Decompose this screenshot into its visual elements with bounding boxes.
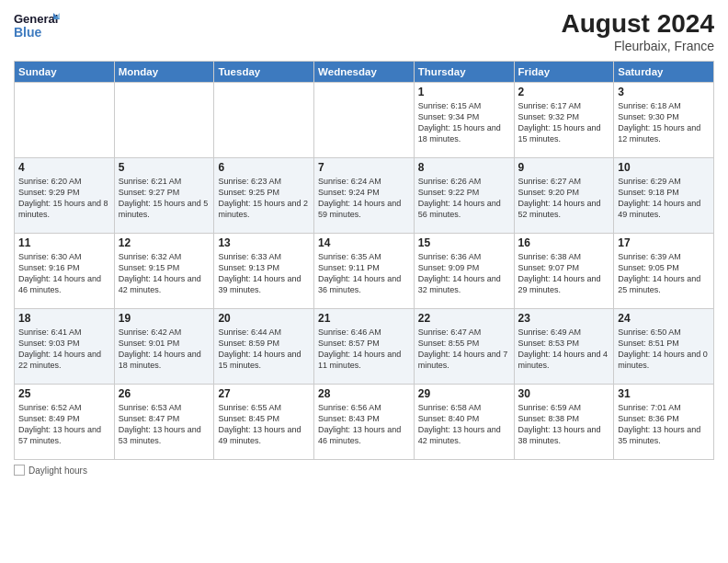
calendar-cell: 16Sunrise: 6:38 AMSunset: 9:07 PMDayligh… xyxy=(514,234,614,309)
calendar-cell: 20Sunrise: 6:44 AMSunset: 8:59 PMDayligh… xyxy=(214,309,314,385)
calendar-week-3: 11Sunrise: 6:30 AMSunset: 9:16 PMDayligh… xyxy=(15,234,714,309)
day-number: 23 xyxy=(518,312,610,325)
calendar-cell: 2Sunrise: 6:17 AMSunset: 9:32 PMDaylight… xyxy=(514,83,614,158)
calendar-cell xyxy=(15,83,115,158)
day-number: 18 xyxy=(18,312,110,325)
page: General Blue August 2024 Fleurbaix, Fran… xyxy=(0,0,728,563)
calendar-cell: 27Sunrise: 6:55 AMSunset: 8:45 PMDayligh… xyxy=(214,385,314,460)
day-number: 12 xyxy=(119,236,210,249)
day-number: 13 xyxy=(218,236,310,249)
month-year-title: August 2024 xyxy=(562,9,715,39)
day-number: 9 xyxy=(518,161,610,174)
day-info: Sunrise: 6:36 AMSunset: 9:09 PMDaylight:… xyxy=(418,251,510,296)
day-number: 5 xyxy=(119,161,210,174)
calendar-cell: 31Sunrise: 7:01 AMSunset: 8:36 PMDayligh… xyxy=(614,385,714,460)
calendar-cell: 19Sunrise: 6:42 AMSunset: 9:01 PMDayligh… xyxy=(114,309,214,385)
day-info: Sunrise: 6:49 AMSunset: 8:53 PMDaylight:… xyxy=(518,327,610,372)
calendar-cell: 24Sunrise: 6:50 AMSunset: 8:51 PMDayligh… xyxy=(614,309,714,385)
day-info: Sunrise: 6:24 AMSunset: 9:24 PMDaylight:… xyxy=(318,176,410,221)
day-number: 11 xyxy=(18,236,110,249)
day-number: 7 xyxy=(318,161,410,174)
legend: Daylight hours xyxy=(14,465,714,476)
day-number: 20 xyxy=(218,312,310,325)
calendar-cell: 8Sunrise: 6:26 AMSunset: 9:22 PMDaylight… xyxy=(414,158,514,234)
weekday-header-monday: Monday xyxy=(114,62,214,83)
legend-color-daylight xyxy=(14,465,25,476)
calendar-cell: 12Sunrise: 6:32 AMSunset: 9:15 PMDayligh… xyxy=(114,234,214,309)
day-number: 29 xyxy=(418,387,510,400)
day-number: 31 xyxy=(618,387,710,400)
calendar-table: SundayMondayTuesdayWednesdayThursdayFrid… xyxy=(14,61,714,460)
weekday-header-saturday: Saturday xyxy=(614,62,714,83)
day-info: Sunrise: 6:46 AMSunset: 8:57 PMDaylight:… xyxy=(318,327,410,372)
day-info: Sunrise: 6:41 AMSunset: 9:03 PMDaylight:… xyxy=(18,327,110,372)
svg-text:Blue: Blue xyxy=(14,25,42,40)
calendar-cell: 10Sunrise: 6:29 AMSunset: 9:18 PMDayligh… xyxy=(614,158,714,234)
day-info: Sunrise: 6:35 AMSunset: 9:11 PMDaylight:… xyxy=(318,251,410,296)
calendar-cell: 4Sunrise: 6:20 AMSunset: 9:29 PMDaylight… xyxy=(15,158,115,234)
day-info: Sunrise: 6:32 AMSunset: 9:15 PMDaylight:… xyxy=(119,251,210,296)
day-number: 15 xyxy=(418,236,510,249)
calendar-cell: 1Sunrise: 6:15 AMSunset: 9:34 PMDaylight… xyxy=(414,83,514,158)
calendar-cell: 15Sunrise: 6:36 AMSunset: 9:09 PMDayligh… xyxy=(414,234,514,309)
calendar-cell: 29Sunrise: 6:58 AMSunset: 8:40 PMDayligh… xyxy=(414,385,514,460)
day-number: 14 xyxy=(318,236,410,249)
calendar-cell: 25Sunrise: 6:52 AMSunset: 8:49 PMDayligh… xyxy=(15,385,115,460)
calendar-week-1: 1Sunrise: 6:15 AMSunset: 9:34 PMDaylight… xyxy=(15,83,714,158)
day-info: Sunrise: 6:15 AMSunset: 9:34 PMDaylight:… xyxy=(418,100,510,145)
calendar-cell: 30Sunrise: 6:59 AMSunset: 8:38 PMDayligh… xyxy=(514,385,614,460)
day-info: Sunrise: 6:59 AMSunset: 8:38 PMDaylight:… xyxy=(518,402,610,447)
calendar-week-5: 25Sunrise: 6:52 AMSunset: 8:49 PMDayligh… xyxy=(15,385,714,460)
day-number: 19 xyxy=(119,312,210,325)
day-info: Sunrise: 6:58 AMSunset: 8:40 PMDaylight:… xyxy=(418,402,510,447)
legend-daylight: Daylight hours xyxy=(14,465,87,476)
calendar-cell: 17Sunrise: 6:39 AMSunset: 9:05 PMDayligh… xyxy=(614,234,714,309)
day-info: Sunrise: 6:47 AMSunset: 8:55 PMDaylight:… xyxy=(418,327,510,372)
legend-daylight-label: Daylight hours xyxy=(28,465,87,476)
weekday-header-friday: Friday xyxy=(514,62,614,83)
title-block: August 2024 Fleurbaix, France xyxy=(562,9,715,53)
day-info: Sunrise: 6:55 AMSunset: 8:45 PMDaylight:… xyxy=(218,402,310,447)
day-number: 30 xyxy=(518,387,610,400)
calendar-cell: 7Sunrise: 6:24 AMSunset: 9:24 PMDaylight… xyxy=(314,158,415,234)
day-number: 16 xyxy=(518,236,610,249)
day-info: Sunrise: 7:01 AMSunset: 8:36 PMDaylight:… xyxy=(618,402,710,447)
calendar-cell: 18Sunrise: 6:41 AMSunset: 9:03 PMDayligh… xyxy=(15,309,115,385)
day-number: 28 xyxy=(318,387,410,400)
day-number: 2 xyxy=(518,86,610,98)
calendar-cell: 23Sunrise: 6:49 AMSunset: 8:53 PMDayligh… xyxy=(514,309,614,385)
calendar-cell: 28Sunrise: 6:56 AMSunset: 8:43 PMDayligh… xyxy=(314,385,415,460)
day-number: 1 xyxy=(418,86,510,98)
day-info: Sunrise: 6:23 AMSunset: 9:25 PMDaylight:… xyxy=(218,176,310,221)
header: General Blue August 2024 Fleurbaix, Fran… xyxy=(14,9,714,53)
calendar-cell: 3Sunrise: 6:18 AMSunset: 9:30 PMDaylight… xyxy=(614,83,714,158)
day-info: Sunrise: 6:33 AMSunset: 9:13 PMDaylight:… xyxy=(218,251,310,296)
calendar-cell: 22Sunrise: 6:47 AMSunset: 8:55 PMDayligh… xyxy=(414,309,514,385)
day-info: Sunrise: 6:50 AMSunset: 8:51 PMDaylight:… xyxy=(618,327,710,372)
day-info: Sunrise: 6:18 AMSunset: 9:30 PMDaylight:… xyxy=(618,100,710,145)
day-number: 10 xyxy=(618,161,710,174)
day-number: 24 xyxy=(618,312,710,325)
day-number: 21 xyxy=(318,312,410,325)
day-info: Sunrise: 6:53 AMSunset: 8:47 PMDaylight:… xyxy=(119,402,210,447)
day-info: Sunrise: 6:42 AMSunset: 9:01 PMDaylight:… xyxy=(119,327,210,372)
calendar-week-2: 4Sunrise: 6:20 AMSunset: 9:29 PMDaylight… xyxy=(15,158,714,234)
calendar-cell: 21Sunrise: 6:46 AMSunset: 8:57 PMDayligh… xyxy=(314,309,415,385)
day-number: 6 xyxy=(218,161,310,174)
day-number: 25 xyxy=(18,387,110,400)
day-info: Sunrise: 6:44 AMSunset: 8:59 PMDaylight:… xyxy=(218,327,310,372)
day-number: 26 xyxy=(119,387,210,400)
day-number: 27 xyxy=(218,387,310,400)
day-info: Sunrise: 6:26 AMSunset: 9:22 PMDaylight:… xyxy=(418,176,510,221)
day-number: 22 xyxy=(418,312,510,325)
logo: General Blue xyxy=(14,9,60,44)
weekday-header-row: SundayMondayTuesdayWednesdayThursdayFrid… xyxy=(15,62,714,83)
day-info: Sunrise: 6:17 AMSunset: 9:32 PMDaylight:… xyxy=(518,100,610,145)
calendar-cell: 6Sunrise: 6:23 AMSunset: 9:25 PMDaylight… xyxy=(214,158,314,234)
calendar-cell xyxy=(314,83,415,158)
weekday-header-thursday: Thursday xyxy=(414,62,514,83)
weekday-header-sunday: Sunday xyxy=(15,62,115,83)
day-info: Sunrise: 6:30 AMSunset: 9:16 PMDaylight:… xyxy=(18,251,110,296)
calendar-cell: 13Sunrise: 6:33 AMSunset: 9:13 PMDayligh… xyxy=(214,234,314,309)
calendar-cell: 11Sunrise: 6:30 AMSunset: 9:16 PMDayligh… xyxy=(15,234,115,309)
